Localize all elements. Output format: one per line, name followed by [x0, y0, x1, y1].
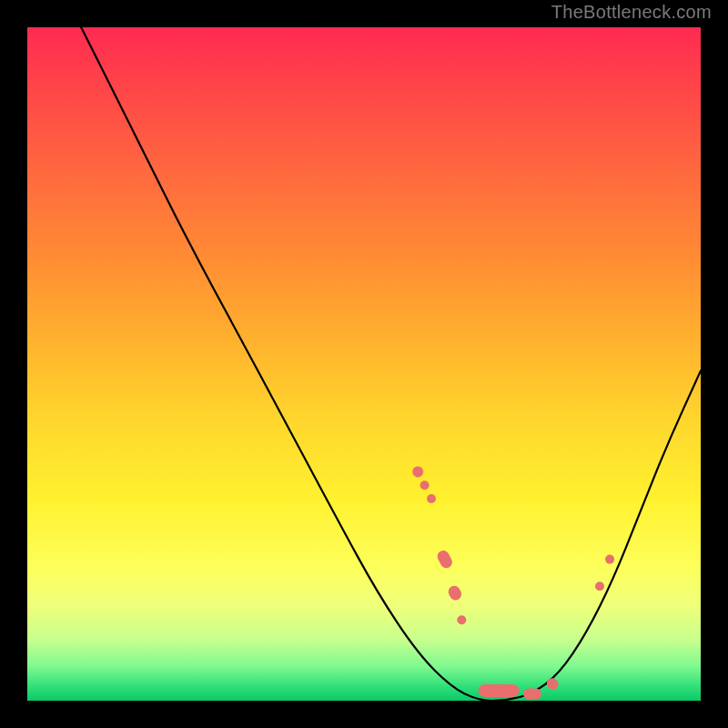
mark-left-b — [420, 480, 430, 490]
mark-left-c — [427, 494, 436, 503]
mark-min-b — [523, 689, 541, 700]
chart-svg — [27, 27, 701, 701]
curve-markers — [410, 464, 614, 699]
mark-mid-a — [435, 549, 454, 571]
mark-mid-c — [457, 615, 466, 624]
plot-area — [27, 27, 701, 701]
mark-min-a — [479, 684, 520, 697]
mark-left-a — [410, 464, 425, 479]
mark-up-b — [595, 581, 604, 591]
mark-up-a — [545, 676, 561, 692]
chart-stage: TheBottleneck.com — [0, 0, 728, 728]
mark-up-c — [605, 555, 614, 564]
mark-mid-b — [446, 583, 463, 602]
bottleneck-curve — [81, 27, 701, 701]
watermark-text: TheBottleneck.com — [551, 2, 712, 23]
